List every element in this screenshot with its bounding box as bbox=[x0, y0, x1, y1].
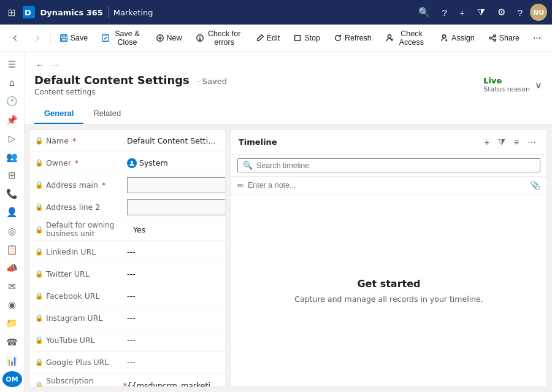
field-address-line2: 🔒 Address line 2 bbox=[30, 196, 225, 218]
status-badge: Live bbox=[483, 76, 530, 85]
nav-forward-button[interactable] bbox=[27, 28, 48, 48]
lock-icon-name: 🔒 bbox=[35, 137, 44, 145]
command-bar: Save Save & Close New Check for errors E… bbox=[0, 25, 552, 52]
label-default-owning: Default for owning business unit bbox=[46, 221, 133, 238]
sidebar-item-analytics[interactable]: 📊 bbox=[2, 353, 22, 369]
more-options-button[interactable]: ⋯ bbox=[527, 28, 547, 48]
share-button[interactable]: Share bbox=[482, 28, 526, 48]
refresh-button[interactable]: Refresh bbox=[328, 28, 378, 48]
label-youtube: YouTube URL bbox=[46, 336, 95, 345]
timeline-add-button[interactable]: + bbox=[481, 135, 493, 149]
topbar-icons: 🔍 ? + ⧩ ⚙ ? NU bbox=[413, 4, 547, 21]
label-address-line2: Address line 2 bbox=[46, 202, 100, 212]
sidebar-item-phone[interactable]: 📞 bbox=[2, 186, 22, 202]
label-name: Name bbox=[46, 136, 69, 145]
breadcrumb: ← → bbox=[34, 59, 542, 71]
field-linkedin: 🔒 LinkedIn URL --- bbox=[30, 241, 225, 263]
label-googleplus: Google Plus URL bbox=[46, 358, 109, 367]
value-youtube: --- bbox=[127, 336, 220, 345]
save-button[interactable]: Save bbox=[53, 28, 94, 48]
sidebar-item-list[interactable]: 📋 bbox=[2, 242, 22, 258]
page-subtitle: Content settings bbox=[34, 88, 227, 96]
topbar: ⊞ D Dynamics 365 Marketing 🔍 ? + ⧩ ⚙ ? N… bbox=[0, 0, 552, 25]
timeline-list-button[interactable]: ≡ bbox=[511, 135, 522, 149]
label-address-main: Address main bbox=[46, 180, 98, 190]
value-googleplus: --- bbox=[127, 358, 220, 367]
stop-button[interactable]: Stop bbox=[287, 28, 326, 48]
search-icon[interactable]: 🔍 bbox=[413, 4, 435, 20]
sidebar-item-pin[interactable]: 📌 bbox=[2, 112, 22, 128]
tab-general[interactable]: General bbox=[34, 104, 83, 124]
sidebar-om-badge[interactable]: OM bbox=[2, 371, 22, 387]
edit-button[interactable]: Edit bbox=[250, 28, 286, 48]
value-twitter: --- bbox=[127, 269, 220, 279]
attachment-icon[interactable]: 📎 bbox=[530, 180, 540, 190]
sidebar: ☰ ⌂ 🕐 📌 ▷ 👥 ⊞ 📞 👤 ◎ 📋 📣 ✉ ◉ 📁 ☎ 📊 OM bbox=[0, 52, 25, 392]
timeline-more-button[interactable]: ⋯ bbox=[524, 135, 539, 149]
svg-text:D: D bbox=[25, 8, 31, 17]
forward-button[interactable]: → bbox=[50, 59, 61, 71]
timeline-filter-button[interactable]: ⧩ bbox=[495, 135, 508, 149]
status-chevron-button[interactable]: ∨ bbox=[535, 79, 542, 91]
svg-rect-3 bbox=[62, 34, 65, 37]
value-default-owning: Yes bbox=[133, 225, 220, 234]
sidebar-item-folder[interactable]: 📁 bbox=[2, 315, 22, 331]
sidebar-item-table[interactable]: ⊞ bbox=[2, 167, 22, 183]
new-button[interactable]: New bbox=[150, 28, 188, 48]
assign-button[interactable]: Assign bbox=[434, 28, 481, 48]
sidebar-item-phone2[interactable]: ☎ bbox=[2, 334, 22, 350]
label-instagram: Instagram URL bbox=[46, 313, 102, 323]
sidebar-item-people[interactable]: 👥 bbox=[2, 149, 22, 165]
svg-line-20 bbox=[491, 36, 494, 37]
field-name: 🔒 Name * Default Content Setti... bbox=[30, 130, 225, 152]
timeline-search-box[interactable]: 🔍 bbox=[237, 158, 540, 172]
timeline-search-input[interactable] bbox=[256, 161, 535, 170]
input-address-main[interactable] bbox=[127, 177, 226, 193]
timeline-note-input[interactable] bbox=[248, 181, 526, 190]
lock-icon-twitter: 🔒 bbox=[35, 270, 44, 278]
label-facebook: Facebook URL bbox=[46, 291, 100, 301]
timeline-panel: Timeline + ⧩ ≡ ⋯ 🔍 ✏ bbox=[231, 129, 547, 387]
back-button[interactable]: ← bbox=[34, 59, 45, 71]
settings-icon[interactable]: ⚙ bbox=[493, 4, 510, 20]
sidebar-item-recent[interactable]: 🕐 bbox=[2, 93, 22, 109]
svg-point-11 bbox=[199, 39, 200, 40]
input-address-line2[interactable] bbox=[127, 199, 226, 215]
lock-icon-linkedin: 🔒 bbox=[35, 248, 44, 256]
grid-icon[interactable]: ⊞ bbox=[5, 4, 18, 21]
timeline-search-area: 🔍 bbox=[231, 155, 546, 177]
sidebar-item-hamburger[interactable]: ☰ bbox=[2, 56, 22, 72]
new-plus-icon[interactable]: + bbox=[454, 5, 470, 20]
save-close-button[interactable]: Save & Close bbox=[95, 28, 148, 48]
check-errors-button[interactable]: Check for errors bbox=[190, 28, 248, 48]
help-question-icon[interactable]: ? bbox=[437, 5, 452, 20]
sidebar-item-play[interactable]: ▷ bbox=[2, 131, 22, 147]
sidebar-item-circle[interactable]: ◉ bbox=[2, 297, 22, 313]
filter-icon[interactable]: ⧩ bbox=[472, 4, 490, 20]
svg-point-17 bbox=[493, 34, 496, 37]
sidebar-item-megaphone[interactable]: 📣 bbox=[2, 260, 22, 276]
timeline-note-area: ✏ 📎 bbox=[231, 177, 546, 194]
avatar[interactable]: NU bbox=[530, 4, 547, 21]
check-access-button[interactable]: Check Access bbox=[379, 28, 433, 48]
tab-related[interactable]: Related bbox=[83, 104, 131, 124]
sidebar-item-email[interactable]: ✉ bbox=[2, 279, 22, 294]
svg-point-18 bbox=[489, 37, 491, 39]
app-logo: D Dynamics 365 bbox=[23, 6, 102, 18]
sidebar-item-home[interactable]: ⌂ bbox=[2, 75, 22, 91]
sidebar-item-contact[interactable]: 👤 bbox=[2, 204, 22, 220]
owner-name: System bbox=[139, 158, 168, 167]
search-icon-timeline: 🔍 bbox=[243, 161, 253, 170]
value-owner[interactable]: System bbox=[127, 158, 220, 168]
value-linkedin: --- bbox=[127, 247, 220, 256]
sidebar-item-target[interactable]: ◎ bbox=[2, 223, 22, 239]
timeline-empty-title: Get started bbox=[357, 278, 420, 290]
lock-icon-sub: 🔒 bbox=[35, 382, 44, 388]
lock-icon-addr-main: 🔒 bbox=[35, 181, 44, 189]
form-panel: 🔒 Name * Default Content Setti... 🔒 Owne… bbox=[29, 129, 226, 387]
nav-back-button[interactable] bbox=[5, 28, 26, 48]
value-subscription-center: {{msdyncrm_marketingp bbox=[127, 381, 220, 388]
page-title-row: Default Content Settings - Saved Content… bbox=[34, 74, 542, 101]
timeline-actions: + ⧩ ≡ ⋯ bbox=[481, 135, 539, 149]
help-circle-icon[interactable]: ? bbox=[513, 5, 527, 20]
